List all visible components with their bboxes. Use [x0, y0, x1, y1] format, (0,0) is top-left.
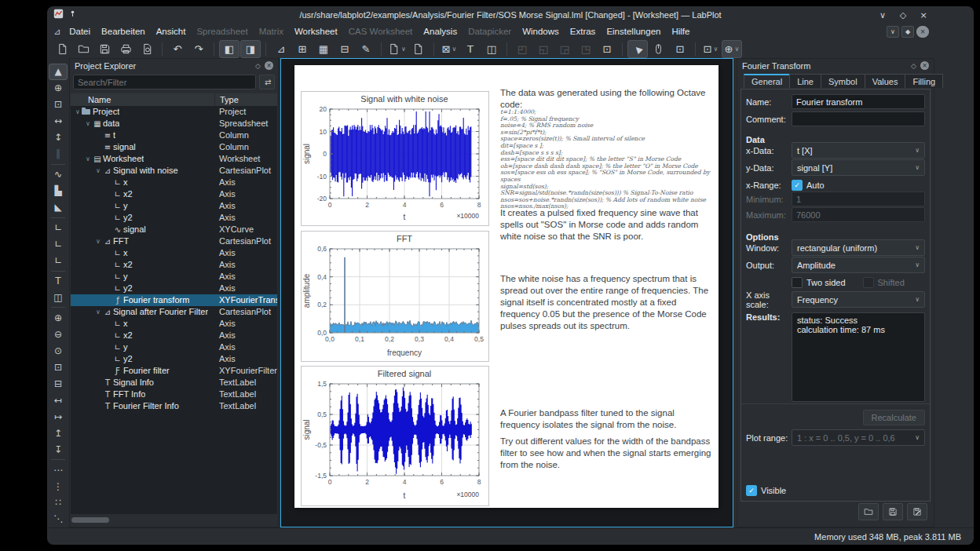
tab-general[interactable]: General	[744, 74, 790, 88]
new-image-button[interactable]: ◫	[481, 40, 502, 58]
zoom-y-selection-tool-button[interactable]: ↕	[49, 130, 68, 146]
tree-item-project[interactable]: ∨ProjectProject	[71, 106, 277, 118]
auto-scale-button[interactable]: ⋱	[49, 511, 68, 527]
menu-bearbeiten[interactable]: Bearbeiten	[96, 25, 151, 38]
menu-einstellungen[interactable]: Einstellungen	[601, 25, 666, 38]
window-select[interactable]: rectangular (uniform)∨	[792, 239, 925, 256]
new-spreadsheet-button[interactable]: ⊞	[292, 40, 313, 58]
redo-button[interactable]: ↷	[188, 40, 209, 58]
add-histogram-button[interactable]: ▙	[49, 183, 68, 199]
auto-scale-all-button[interactable]: ∷	[49, 494, 68, 511]
auto-scale-y-button[interactable]: ⋮	[49, 478, 68, 494]
save-default-button[interactable]	[907, 503, 927, 520]
tree-item-y2[interactable]: ∟y2Axis	[71, 212, 277, 224]
text-filter-description[interactable]: A Fourier bandpass filter tuned to the s…	[500, 407, 712, 431]
select-tool-button[interactable]: ▲	[49, 64, 68, 80]
new-cas-worksheet-button[interactable]: ⊟	[335, 40, 355, 58]
tree-item-y2[interactable]: ∟y2Axis	[71, 353, 277, 365]
tree-item-x2[interactable]: ∟x2Axis	[71, 259, 277, 271]
menu-worksheet[interactable]: Worksheet	[289, 25, 343, 38]
expander-icon[interactable]: ∨	[94, 165, 102, 177]
tree-item-signal-with-noise[interactable]: ∨⊿Signal with noiseCartesianPlot	[71, 165, 277, 177]
tree-item-y[interactable]: ∟yAxis	[71, 200, 277, 212]
shift-down-y-button[interactable]: ↧	[49, 441, 68, 458]
zoom-fit-all-button[interactable]: ⊟	[49, 375, 68, 392]
open-project-button[interactable]	[73, 40, 93, 58]
tree-item-y2[interactable]: ∟y2Axis	[71, 283, 277, 294]
zoom-mode-button[interactable]: ⊡∨	[700, 40, 721, 58]
save-project-button[interactable]	[94, 40, 115, 58]
expander-icon[interactable]: ∨	[94, 306, 102, 318]
search-input[interactable]	[73, 75, 256, 89]
maximize-icon[interactable]: ◇	[897, 9, 909, 21]
tree-item-signal[interactable]: ∿signalXYCurve	[71, 224, 277, 235]
new-text-label-button[interactable]: T	[460, 40, 481, 58]
zoom-in-button[interactable]: ⊕	[49, 309, 68, 326]
output-select[interactable]: Amplitude∨	[792, 257, 925, 273]
tab-filling[interactable]: Filling	[905, 74, 943, 88]
text-octave-code[interactable]: t=1:1:4000;f=.05; % Signal frequencynois…	[500, 109, 712, 210]
save-settings-button[interactable]	[883, 503, 903, 520]
tree-item-x[interactable]: ∟xAxis	[71, 247, 277, 259]
auto-checkbox[interactable]: ✓	[792, 180, 803, 191]
text-fft-description[interactable]: The white noise has a frequency spectrum…	[500, 273, 712, 332]
expander-icon[interactable]: ∨	[84, 118, 92, 130]
shift-left-x-button[interactable]: ↤	[49, 392, 68, 408]
toggle-properties-explorer-button[interactable]: ◨	[240, 40, 261, 58]
dock-float-icon[interactable]: ◇	[911, 62, 916, 70]
tree-item-fourier-filter[interactable]: ƑFourier filterXYFourierFilterCurve	[71, 365, 277, 377]
zoom-selection-tool-button[interactable]: ⊡	[49, 97, 68, 113]
undo-button[interactable]: ↶	[167, 40, 188, 58]
new-live-data-button[interactable]: ∨	[386, 40, 408, 58]
name-input[interactable]	[792, 94, 925, 109]
close-icon[interactable]: ×	[917, 9, 930, 21]
toggle-project-explorer-button[interactable]: ◧	[219, 40, 240, 58]
new-datapicker-button[interactable]: ✎	[356, 40, 376, 58]
tree-item-signal-info[interactable]: TSignal InfoTextLabel	[71, 377, 277, 389]
dock-float-icon[interactable]: ◇	[255, 62, 261, 70]
scrollbar-thumb[interactable]	[71, 517, 109, 523]
visible-checkbox[interactable]: ✓	[746, 485, 757, 496]
expander-icon[interactable]: ∨	[94, 235, 102, 247]
expander-icon[interactable]: ∨	[74, 106, 82, 118]
horizontal-scrollbar[interactable]	[71, 517, 276, 524]
select-mode-button[interactable]: ▲	[627, 40, 648, 58]
add-image-button[interactable]: ◫	[49, 289, 68, 305]
shift-up-y-button[interactable]: ↥	[49, 425, 68, 441]
edit-layout-button[interactable]: ⊡	[597, 40, 617, 58]
tree-item-fourier-filter-info[interactable]: TFourier Filter InfoTextLabel	[71, 400, 277, 412]
text-filter-hint[interactable]: Try out different values for the width o…	[500, 436, 712, 471]
add-vertical-axis-button[interactable]: ∟	[49, 253, 68, 269]
tab-values[interactable]: Values	[865, 74, 906, 88]
tree-item-signal-after-fourier-filter[interactable]: ∨⊿Signal after Fourier FilterCartesianPl…	[71, 306, 277, 318]
magnification-button[interactable]: ⊕∨	[722, 40, 742, 58]
tree-item-data[interactable]: ∨▦dataSpreadsheet	[71, 118, 277, 130]
text-sos-description[interactable]: It creates a pulsed fixed frequency sine…	[500, 207, 712, 243]
tree-item-x2[interactable]: ∟x2Axis	[71, 188, 277, 200]
dock-close-icon[interactable]: ×	[265, 61, 273, 70]
zoom-x-selection-tool-button[interactable]: ↔	[49, 113, 68, 130]
comment-input[interactable]	[792, 111, 925, 126]
worksheet-subwindow[interactable]: 02468-20-1001020Signal with white noiset…	[280, 58, 733, 527]
mdi-minimize-icon[interactable]: ∨	[887, 26, 899, 38]
tree-item-fft[interactable]: ∨⊿FFTCartesianPlot	[71, 235, 277, 247]
menu-analysis[interactable]: Analysis	[418, 25, 463, 38]
zoom-fit-selection-button[interactable]: ⊡	[49, 359, 68, 375]
load-settings-button[interactable]	[858, 503, 879, 520]
menu-hilfe[interactable]: Hilfe	[666, 25, 695, 38]
new-project-button[interactable]	[52, 40, 72, 58]
x-axis-scale-select[interactable]: Frequency∨	[792, 291, 925, 308]
y-data-select[interactable]: signal [Y]∨	[792, 159, 925, 176]
plot-signal-with-white-noise[interactable]: 02468-20-1001020Signal with white noiset…	[301, 91, 489, 226]
auto-scale-x-button[interactable]: ⋯	[49, 462, 68, 478]
tab-symbol[interactable]: Symbol	[821, 74, 865, 88]
add-boxplot-button[interactable]: ◣	[49, 199, 68, 216]
expander-icon[interactable]: ∨	[84, 153, 92, 165]
menu-datei[interactable]: Datei	[64, 25, 96, 38]
plot-fft[interactable]: 0,00,10,20,30,40,50,00,20,40,6FFTfrequen…	[301, 231, 489, 362]
minimize-icon[interactable]: ∨	[876, 9, 889, 21]
add-text-label-button[interactable]: T	[49, 272, 68, 289]
navigate-mode-button[interactable]	[649, 40, 669, 58]
menu-windows[interactable]: Windows	[517, 25, 565, 38]
tree-item-signal[interactable]: ≡signalColumn	[71, 141, 277, 153]
